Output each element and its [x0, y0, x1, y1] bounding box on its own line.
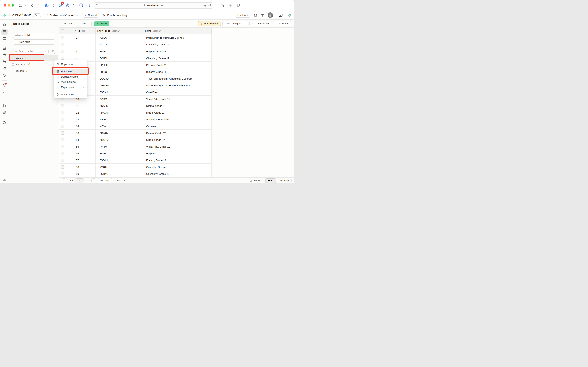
cell-name[interactable]: French, Grade 12 — [143, 157, 192, 164]
row-checkbox[interactable] — [61, 138, 64, 141]
table-editor-icon[interactable] — [1, 29, 8, 35]
cell-extra[interactable] — [192, 89, 211, 95]
cell-name[interactable]: Music, Grade 11 — [143, 109, 192, 116]
cell-short-code[interactable]: CGG3O — [96, 75, 143, 82]
table-actions-menu-icon[interactable]: ⋯ — [53, 56, 57, 60]
page-number-input[interactable] — [75, 178, 84, 183]
command-terminal-button[interactable] — [276, 11, 285, 19]
cell-extra[interactable] — [192, 82, 211, 89]
refresh-button[interactable]: Refresh — [250, 179, 262, 182]
minimize-window-button[interactable] — [8, 4, 10, 7]
role-select-button[interactable]: Role postgres — [222, 21, 248, 26]
ai-assistant-button[interactable] — [285, 11, 294, 19]
cell-short-code[interactable]: ADA3M — [96, 102, 143, 109]
table-item-student[interactable]: student — [10, 68, 58, 74]
forward-button[interactable] — [37, 4, 41, 7]
instapaper-extension-icon[interactable]: I — [79, 3, 83, 7]
cell-extra[interactable] — [192, 157, 211, 164]
tab-data[interactable]: Data — [265, 178, 276, 183]
cell-name[interactable]: Drama, Grade 11 — [143, 102, 192, 109]
cell-id[interactable]: 56 — [72, 150, 96, 157]
new-tab-icon[interactable] — [228, 3, 232, 7]
logs-icon[interactable] — [1, 96, 8, 102]
row-checkbox-cell[interactable] — [59, 170, 72, 177]
sql-editor-icon[interactable] — [1, 35, 8, 42]
cell-name[interactable]: Calculus — [143, 123, 192, 129]
api-docs-button[interactable]: API Docs — [273, 21, 291, 26]
cell-extra[interactable] — [192, 136, 211, 143]
cell-short-code[interactable]: ADA4M — [96, 130, 143, 136]
cell-short-code[interactable]: ENG4U — [96, 150, 143, 157]
row-checkbox-cell[interactable] — [59, 157, 72, 164]
feedback-button[interactable]: Feedback — [235, 13, 251, 18]
filter-tables-button[interactable] — [50, 49, 55, 54]
page-format-icon[interactable] — [96, 4, 99, 7]
cell-name[interactable]: Introduction to Computer Science — [143, 34, 192, 41]
row-checkbox-cell[interactable] — [59, 41, 72, 48]
cell-id[interactable]: 55 — [72, 143, 96, 150]
menu-item-view-policies[interactable]: View policies — [54, 79, 87, 84]
cell-id[interactable]: 57 — [72, 157, 96, 164]
breadcrumb-page[interactable]: Students and Courses — [50, 14, 75, 17]
help-icon[interactable] — [260, 13, 264, 17]
cell-name[interactable]: English — [143, 150, 192, 157]
prev-page-button[interactable] — [62, 178, 66, 183]
cell-name[interactable]: Music, Grade 12 — [143, 136, 192, 143]
cell-short-code[interactable]: AVI4M — [96, 143, 143, 150]
row-checkbox[interactable] — [61, 50, 64, 53]
row-checkbox-cell[interactable] — [59, 123, 72, 129]
realtime-button[interactable]: Realtime on — [250, 21, 271, 26]
cell-name[interactable]: English, Grade 11 — [143, 48, 192, 55]
cell-name[interactable]: Computer Science — [143, 164, 192, 170]
cell-name[interactable]: Visual Arts, Grade 12 — [143, 143, 192, 150]
cell-extra[interactable] — [192, 130, 211, 136]
cell-short-code[interactable]: SBI3U — [96, 68, 143, 75]
row-checkbox-cell[interactable] — [59, 102, 72, 109]
row-checkbox[interactable] — [61, 172, 64, 175]
cell-extra[interactable] — [192, 102, 211, 109]
cell-short-code[interactable]: ICS4U — [96, 164, 143, 170]
row-checkbox[interactable] — [61, 131, 64, 134]
cell-name[interactable]: Chemistry, Grade 11 — [143, 55, 192, 61]
cell-short-code[interactable]: MHF4U — [96, 116, 143, 123]
table-item-enrols-in[interactable]: enrols_in — [10, 61, 58, 67]
row-checkbox[interactable] — [61, 104, 64, 107]
dark-mode-extension-icon[interactable] — [45, 3, 49, 7]
chevron-down-icon[interactable] — [140, 30, 142, 32]
cell-extra[interactable] — [192, 96, 211, 102]
new-table-button[interactable]: New table — [13, 40, 55, 44]
cell-name[interactable]: Physics, Grade 11 — [143, 62, 192, 68]
settings-gear-icon[interactable] — [1, 120, 8, 126]
tab-overview-icon[interactable] — [236, 3, 240, 7]
project-switcher-icon[interactable] — [42, 14, 45, 17]
cell-name[interactable]: Travel and Tourism: A Regional Geograph — [143, 75, 192, 82]
cell-name[interactable]: Drama, Grade 12 — [143, 130, 192, 136]
safari-sidebar-toggle-icon[interactable] — [19, 3, 23, 7]
integrations-icon[interactable] — [1, 109, 8, 116]
cell-short-code[interactable]: AMU3M — [96, 109, 143, 116]
cell-id[interactable]: 2 — [72, 41, 96, 48]
cell-id[interactable]: 53 — [72, 130, 96, 136]
instapaper-alt-extension-icon[interactable]: I — [86, 3, 90, 7]
cell-short-code[interactable]: FSF3U — [96, 89, 143, 95]
rows-per-page-button[interactable]: 100 rows — [98, 178, 112, 183]
cell-extra[interactable] — [192, 109, 211, 116]
row-checkbox-cell[interactable] — [59, 136, 72, 143]
cell-short-code[interactable]: MCR3U — [96, 41, 143, 48]
row-checkbox[interactable] — [61, 125, 64, 128]
elephant-extension-icon[interactable] — [72, 3, 76, 7]
cell-extra[interactable] — [192, 34, 211, 41]
cell-id[interactable]: 58 — [72, 164, 96, 170]
chevron-down-icon[interactable] — [188, 30, 190, 32]
row-checkbox-cell[interactable] — [59, 150, 72, 157]
cell-short-code[interactable]: FSF4U — [96, 157, 143, 164]
cell-short-code[interactable]: CHW3M — [96, 82, 143, 89]
cell-short-code[interactable]: SCH4U — [96, 170, 143, 177]
chevron-down-icon[interactable] — [92, 30, 94, 32]
row-checkbox[interactable] — [61, 118, 64, 121]
cell-extra[interactable] — [192, 170, 211, 177]
cell-id[interactable]: 54 — [72, 136, 96, 143]
advisors-icon[interactable] — [1, 72, 8, 79]
next-page-button[interactable] — [91, 178, 96, 183]
cell-name[interactable]: Biology, Grade 11 — [143, 68, 192, 75]
